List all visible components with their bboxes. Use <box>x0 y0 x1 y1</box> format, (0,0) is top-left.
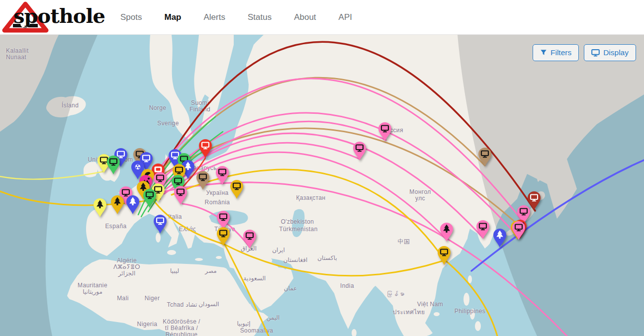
spot-marker[interactable] <box>142 188 157 208</box>
display-button-label: Display <box>603 48 629 57</box>
filters-button-label: Filters <box>551 48 571 57</box>
app-header: spothole Spots Map Alerts Status About A… <box>0 0 644 35</box>
spot-marker[interactable] <box>92 198 107 218</box>
nav-about[interactable]: About <box>294 12 316 22</box>
map-controls: Filters Display <box>533 44 636 61</box>
spot-marker[interactable] <box>195 170 210 190</box>
main-nav: Spots Map Alerts Status About API <box>120 12 352 22</box>
spot-marker[interactable] <box>153 214 168 234</box>
nav-alerts[interactable]: Alerts <box>203 12 225 22</box>
brand-title: spothole <box>13 4 105 27</box>
spot-marker[interactable] <box>198 139 213 159</box>
spot-marker[interactable] <box>110 195 125 215</box>
spot-marker[interactable] <box>173 185 188 205</box>
spot-marker[interactable] <box>352 141 367 161</box>
spot-marker[interactable] <box>216 227 231 247</box>
world-map[interactable]: KalaallitNunaatÍslandNorgeSverigeSuomiFi… <box>0 35 644 336</box>
spot-marker[interactable] <box>437 246 452 265</box>
nav-status[interactable]: Status <box>248 12 272 22</box>
spot-marker[interactable] <box>475 220 490 240</box>
marker-layer: ☢ <box>0 35 644 336</box>
spot-marker[interactable] <box>125 195 140 215</box>
spothole-logo[interactable]: spothole <box>0 0 99 35</box>
spot-marker[interactable] <box>242 229 257 249</box>
spot-marker[interactable] <box>106 155 121 175</box>
spot-marker[interactable] <box>439 222 454 242</box>
nav-api[interactable]: API <box>339 12 352 22</box>
spot-marker[interactable] <box>511 221 526 241</box>
filters-button[interactable]: Filters <box>533 44 579 61</box>
filter-icon <box>540 49 547 56</box>
spot-marker[interactable] <box>477 147 492 167</box>
nav-spots[interactable]: Spots <box>120 12 142 22</box>
spot-marker[interactable] <box>492 228 507 248</box>
spot-marker[interactable] <box>377 122 392 142</box>
spot-marker[interactable] <box>215 166 230 185</box>
display-button[interactable]: Display <box>584 44 636 61</box>
display-icon <box>591 49 600 57</box>
spot-marker[interactable] <box>229 179 244 199</box>
nav-map[interactable]: Map <box>164 12 181 22</box>
